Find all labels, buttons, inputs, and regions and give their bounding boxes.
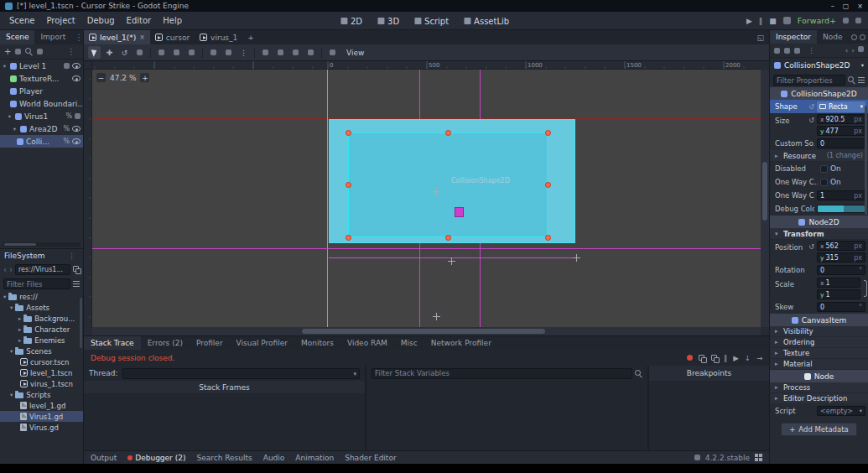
scene-tab-virus1[interactable]: virus_1 bbox=[195, 30, 242, 44]
collapse-arrow-icon[interactable]: ▾ bbox=[12, 126, 18, 133]
selection-handle[interactable] bbox=[346, 182, 351, 188]
fs-item-root[interactable]: ▾res:// bbox=[0, 291, 83, 302]
history-icon[interactable] bbox=[851, 34, 857, 40]
scene-tab-level1[interactable]: level_1(*) × bbox=[84, 30, 150, 44]
tab-visual-profiler[interactable]: Visual Profiler bbox=[230, 336, 294, 350]
menu-project[interactable]: Project bbox=[41, 12, 81, 30]
collision-shape-inner-rect[interactable] bbox=[348, 133, 548, 237]
snap-options-icon[interactable]: ⋮ bbox=[237, 46, 250, 59]
chevron-down-icon[interactable]: ▾ bbox=[861, 62, 864, 69]
continue-button[interactable]: ▶ bbox=[733, 354, 739, 362]
attach-script-button[interactable] bbox=[37, 49, 43, 55]
size-x-field[interactable]: x920.5px bbox=[817, 114, 865, 124]
menu-scene[interactable]: Scene bbox=[3, 12, 41, 30]
script-field[interactable]: <empty>▾ bbox=[817, 406, 865, 416]
add-metadata-button[interactable]: + Add Metadata bbox=[781, 423, 857, 436]
selection-handle[interactable] bbox=[545, 182, 551, 188]
fs-item-level1-gd[interactable]: level_1.gd bbox=[0, 400, 83, 411]
history-back-icon[interactable]: ‹ bbox=[845, 46, 849, 55]
fs-item-virus1-gd[interactable]: Virus1.gd bbox=[0, 411, 83, 422]
group-editor-description[interactable]: ▸Editor Description bbox=[770, 393, 868, 404]
workspace-3d[interactable]: 3D bbox=[370, 17, 407, 26]
bottom-tab-search-results[interactable]: Search Results bbox=[196, 454, 252, 462]
tab-inspector[interactable]: Inspector bbox=[770, 30, 817, 44]
fs-item-character[interactable]: ▸Character bbox=[0, 324, 83, 335]
scale-y-field[interactable]: y1 bbox=[817, 289, 860, 299]
tab-stack-trace[interactable]: Stack Trace bbox=[84, 336, 141, 350]
group-resource[interactable]: ▸ Resource (1 change) bbox=[770, 150, 868, 162]
group-texture[interactable]: ▸Texture bbox=[770, 348, 868, 359]
clear-output-icon[interactable] bbox=[711, 355, 718, 361]
expand-bottom-panel-icon[interactable] bbox=[755, 454, 762, 461]
position-x-field[interactable]: x562px bbox=[817, 241, 865, 251]
one-way-margin-field[interactable]: 1px bbox=[817, 190, 865, 200]
size-y-field[interactable]: y477px bbox=[817, 126, 865, 136]
zoom-in-button[interactable]: + bbox=[140, 73, 149, 82]
menu-debug[interactable]: Debug bbox=[81, 12, 121, 30]
select-tool-button[interactable] bbox=[88, 46, 101, 59]
step-over-button[interactable]: → bbox=[756, 354, 762, 362]
edited-object-row[interactable]: CollisionShape2D ▾ bbox=[770, 58, 868, 73]
list-select-button[interactable] bbox=[155, 46, 168, 59]
fs-item-scenes[interactable]: ▾Scenes bbox=[0, 346, 83, 356]
fs-item-virus1-tscn[interactable]: virus_1.tscn bbox=[0, 378, 83, 389]
filesystem-scrollbar[interactable] bbox=[80, 298, 82, 348]
filter-stack-variables-input[interactable] bbox=[372, 368, 632, 379]
filesystem-menu-icon[interactable]: ⋮ bbox=[65, 252, 79, 260]
tab-video-ram[interactable]: Video RAM bbox=[340, 336, 394, 350]
view-menu[interactable]: View bbox=[341, 49, 369, 57]
thread-dropdown[interactable] bbox=[122, 368, 360, 379]
scene-tree-hscrollbar[interactable] bbox=[3, 242, 81, 247]
bottom-tab-animation[interactable]: Animation bbox=[295, 454, 334, 462]
revert-icon[interactable]: ↺ bbox=[808, 114, 814, 124]
minimize-button[interactable]: – bbox=[831, 3, 834, 10]
save-resource-icon[interactable] bbox=[794, 48, 800, 54]
fs-item-virus-gd[interactable]: Virus.gd bbox=[0, 422, 83, 433]
property-tools-icon[interactable] bbox=[858, 77, 865, 84]
lock-button[interactable] bbox=[259, 46, 272, 59]
pause-button[interactable]: ‖ bbox=[759, 17, 763, 25]
tree-node-level1[interactable]: ▾ Level 1 bbox=[0, 60, 83, 72]
step-into-button[interactable]: ↓ bbox=[745, 354, 751, 362]
player-sprite[interactable] bbox=[455, 207, 464, 217]
tab-network-profiler[interactable]: Network Profiler bbox=[424, 336, 498, 350]
breakpoints-list[interactable] bbox=[649, 381, 769, 450]
position-y-field[interactable]: y315px bbox=[817, 252, 865, 262]
scene-tree-menu-icon[interactable]: ⋮ bbox=[64, 47, 79, 56]
stack-variables-list[interactable] bbox=[366, 381, 647, 450]
fs-item-level1-tscn[interactable]: level_1.tscn bbox=[0, 367, 83, 378]
group-visibility[interactable]: ▸Visibility bbox=[770, 326, 868, 337]
unique-name-icon[interactable]: % bbox=[65, 112, 72, 120]
fs-item-scripts[interactable]: ▾Scripts bbox=[0, 389, 83, 400]
skew-field[interactable]: 0° bbox=[817, 302, 865, 312]
menu-editor[interactable]: Editor bbox=[121, 12, 158, 30]
object-menu-icon[interactable] bbox=[860, 34, 865, 40]
shape-dropdown[interactable]: Recta ▾ bbox=[817, 101, 865, 112]
break-button[interactable]: ‖ bbox=[724, 354, 727, 362]
zoom-out-button[interactable]: − bbox=[96, 73, 106, 82]
unique-name-icon[interactable]: % bbox=[63, 125, 70, 133]
disabled-checkbox[interactable] bbox=[820, 165, 828, 173]
renderer-dropdown[interactable]: Forward+ bbox=[798, 16, 836, 25]
move-tool-button[interactable]: ✚ bbox=[103, 46, 116, 59]
debug-color-swatch[interactable] bbox=[817, 205, 865, 213]
maximize-button[interactable]: ▢ bbox=[843, 3, 850, 10]
new-resource-icon[interactable] bbox=[774, 48, 780, 54]
pivot-tool-button[interactable] bbox=[170, 46, 183, 59]
stop-button[interactable]: ■ bbox=[769, 17, 777, 25]
sort-files-icon[interactable] bbox=[73, 281, 80, 288]
workspace-script[interactable]: Script bbox=[407, 17, 456, 26]
tree-node-area2d[interactable]: ▾ Area2D % bbox=[0, 122, 83, 135]
link-scale-icon[interactable] bbox=[864, 280, 867, 297]
ungroup-button[interactable] bbox=[304, 46, 317, 59]
revert-icon[interactable]: ↺ bbox=[808, 103, 814, 111]
fs-item-assets[interactable]: ▾Assets bbox=[0, 302, 83, 313]
tree-node-worldboundary[interactable]: World Boundari... bbox=[0, 97, 83, 110]
inspector-scrollbar[interactable] bbox=[865, 106, 867, 215]
bottom-tab-audio[interactable]: Audio bbox=[263, 454, 285, 462]
menu-help[interactable]: Help bbox=[157, 12, 188, 30]
tree-node-collisionshape[interactable]: Colli... % bbox=[0, 135, 83, 148]
filter-nodes-icon[interactable] bbox=[25, 48, 33, 55]
copy-error-icon[interactable] bbox=[699, 355, 705, 361]
version-label[interactable]: 4.2.2.stable bbox=[705, 454, 750, 462]
